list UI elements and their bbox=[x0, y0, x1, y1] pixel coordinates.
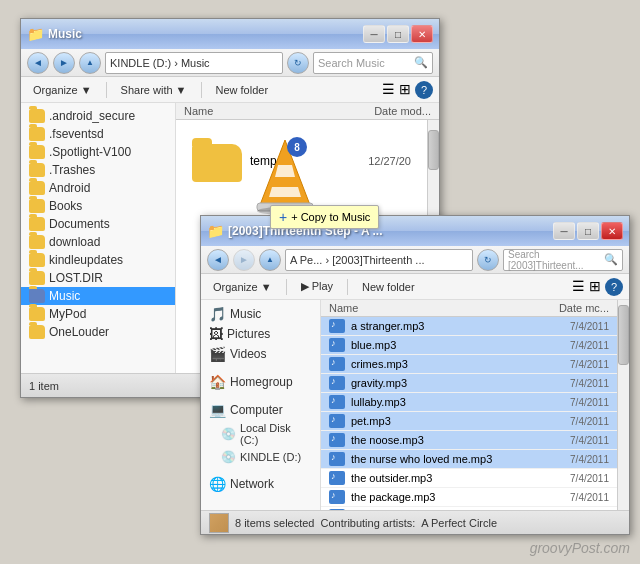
svg-marker-2 bbox=[269, 187, 301, 197]
maximize-btn-2[interactable]: □ bbox=[577, 222, 599, 240]
refresh-btn-2[interactable]: ↻ bbox=[477, 249, 499, 271]
sidebar-sep-2 bbox=[201, 392, 320, 400]
minimize-btn-1[interactable]: ─ bbox=[363, 25, 385, 43]
svg-marker-1 bbox=[275, 165, 295, 177]
sidebar-item-lost[interactable]: LOST.DIR bbox=[21, 269, 175, 287]
list-item[interactable]: gravity.mp3 7/4/2011 bbox=[321, 374, 617, 393]
item-count-1: 1 item bbox=[29, 380, 59, 392]
sidebar-item-fseventsd[interactable]: .fseventsd bbox=[21, 125, 175, 143]
sidebar-item-books[interactable]: Books bbox=[21, 197, 175, 215]
sep1 bbox=[106, 82, 107, 98]
watermark: groovyPost.com bbox=[530, 540, 630, 556]
list-item[interactable]: blue.mp3 7/4/2011 bbox=[321, 336, 617, 355]
sep2 bbox=[201, 82, 202, 98]
new-folder-btn-2[interactable]: New folder bbox=[356, 279, 421, 295]
search-bar-2[interactable]: Search [2003]Thirteent... 🔍 bbox=[503, 249, 623, 271]
mp3-icon bbox=[329, 376, 345, 390]
address-bar-1[interactable]: KINDLE (D:) › Music bbox=[105, 52, 283, 74]
apc-window[interactable]: 📁 [2003]Thirteenth Step - A ... ─ □ ✕ ◄ … bbox=[200, 215, 630, 535]
contributing-artists-label: Contributing artists: bbox=[320, 517, 415, 529]
list-item[interactable]: a stranger.mp3 7/4/2011 bbox=[321, 317, 617, 336]
organize-btn-2[interactable]: Organize ▼ bbox=[207, 279, 278, 295]
view-list-icon-2[interactable]: ☰ bbox=[572, 278, 585, 296]
refresh-btn-1[interactable]: ↻ bbox=[287, 52, 309, 74]
sidebar-local-disk[interactable]: 💿 Local Disk (C:) bbox=[201, 420, 320, 448]
folder-icon bbox=[29, 307, 45, 321]
mp3-icon bbox=[329, 338, 345, 352]
close-btn-2[interactable]: ✕ bbox=[601, 222, 623, 240]
close-btn-1[interactable]: ✕ bbox=[411, 25, 433, 43]
search-placeholder-2: Search [2003]Thirteent... bbox=[508, 249, 604, 271]
sidebar-item-kindleupdates[interactable]: kindleupdates bbox=[21, 251, 175, 269]
content-area-2: 🎵 Music 🖼 Pictures 🎬 Videos 🏠 Homegroup bbox=[201, 300, 629, 510]
mp3-icon bbox=[329, 452, 345, 466]
sidebar-computer[interactable]: 💻 Computer bbox=[201, 400, 320, 420]
window2-controls: ─ □ ✕ bbox=[553, 222, 623, 240]
sidebar-item-android[interactable]: Android bbox=[21, 179, 175, 197]
search-bar-1[interactable]: Search Music 🔍 bbox=[313, 52, 433, 74]
mp3-icon bbox=[329, 509, 345, 510]
music-icon: 🎵 bbox=[209, 306, 226, 322]
sidebar-item-mypod[interactable]: MyPod bbox=[21, 305, 175, 323]
folder-icon bbox=[29, 181, 45, 195]
sidebar-item-onelouder[interactable]: OneLouder bbox=[21, 323, 175, 341]
minimize-btn-2[interactable]: ─ bbox=[553, 222, 575, 240]
new-folder-btn-1[interactable]: New folder bbox=[210, 82, 275, 98]
back-btn-1[interactable]: ◄ bbox=[27, 52, 49, 74]
pictures-icon: 🖼 bbox=[209, 326, 223, 342]
sidebar-kindle[interactable]: 💿 KINDLE (D:) bbox=[201, 448, 320, 466]
sidebar-pictures[interactable]: 🖼 Pictures bbox=[201, 324, 320, 344]
share-btn-1[interactable]: Share with ▼ bbox=[115, 82, 193, 98]
address-bar-2[interactable]: A Pe... › [2003]Thirteenth ... bbox=[285, 249, 473, 271]
sidebar-item-download[interactable]: download bbox=[21, 233, 175, 251]
help-icon-1[interactable]: ? bbox=[415, 81, 433, 99]
back-btn-2[interactable]: ◄ bbox=[207, 249, 229, 271]
list-item[interactable]: crimes.mp3 7/4/2011 bbox=[321, 355, 617, 374]
up-btn-2[interactable]: ▲ bbox=[259, 249, 281, 271]
mp3-icon bbox=[329, 319, 345, 333]
forward-btn-2[interactable]: ► bbox=[233, 249, 255, 271]
toolbar-1: ◄ ► ▲ KINDLE (D:) › Music ↻ Search Music… bbox=[21, 49, 439, 77]
sidebar-item-documents[interactable]: Documents bbox=[21, 215, 175, 233]
view-grid-icon-2[interactable]: ⊞ bbox=[589, 278, 601, 296]
list-item[interactable]: pet.mp3 7/4/2011 bbox=[321, 412, 617, 431]
sidebar-item-music[interactable]: Music bbox=[21, 287, 175, 305]
date-header: Date mc... bbox=[549, 302, 609, 314]
list-item[interactable]: the package.mp3 7/4/2011 bbox=[321, 488, 617, 507]
sidebar-sep-1 bbox=[201, 364, 320, 372]
title-bar-2: 📁 [2003]Thirteenth Step - A ... ─ □ ✕ bbox=[201, 216, 629, 246]
folder-icon bbox=[29, 109, 45, 123]
toolbar2-2: Organize ▼ ▶ Play New folder ☰ ⊞ ? bbox=[201, 274, 629, 300]
sidebar-network[interactable]: 🌐 Network bbox=[201, 474, 320, 494]
scrollbar-2[interactable] bbox=[617, 300, 629, 510]
scrollbar-thumb-1[interactable] bbox=[428, 130, 439, 170]
list-item[interactable]: lullaby.mp3 7/4/2011 bbox=[321, 393, 617, 412]
sidebar-item-spotlight[interactable]: .Spotlight-V100 bbox=[21, 143, 175, 161]
up-btn-1[interactable]: ▲ bbox=[79, 52, 101, 74]
sidebar-videos[interactable]: 🎬 Videos bbox=[201, 344, 320, 364]
view-grid-icon[interactable]: ⊞ bbox=[399, 81, 411, 99]
disk-icon: 💿 bbox=[221, 427, 236, 441]
sidebar-music[interactable]: 🎵 Music bbox=[201, 304, 320, 324]
homegroup-icon: 🏠 bbox=[209, 374, 226, 390]
help-icon-2[interactable]: ? bbox=[605, 278, 623, 296]
organize-btn-1[interactable]: Organize ▼ bbox=[27, 82, 98, 98]
view-list-icon[interactable]: ☰ bbox=[382, 81, 395, 99]
list-item[interactable]: the noose.mp3 7/4/2011 bbox=[321, 431, 617, 450]
mp3-icon bbox=[329, 490, 345, 504]
list-item[interactable]: the nurse who loved me.mp3 7/4/2011 bbox=[321, 450, 617, 469]
maximize-btn-1[interactable]: □ bbox=[387, 25, 409, 43]
mp3-icon bbox=[329, 414, 345, 428]
sidebar-homegroup[interactable]: 🏠 Homegroup bbox=[201, 372, 320, 392]
scrollbar-thumb-2[interactable] bbox=[618, 305, 629, 365]
sidebar-item-trashes[interactable]: .Trashes bbox=[21, 161, 175, 179]
mp3-icon bbox=[329, 433, 345, 447]
forward-btn-1[interactable]: ► bbox=[53, 52, 75, 74]
vlc-icon: 8 bbox=[245, 135, 325, 215]
list-item[interactable]: the outsider.mp3 7/4/2011 bbox=[321, 469, 617, 488]
sidebar-2: 🎵 Music 🖼 Pictures 🎬 Videos 🏠 Homegroup bbox=[201, 300, 321, 510]
folder-icon bbox=[29, 325, 45, 339]
title-bar-1: 📁 Music ─ □ ✕ bbox=[21, 19, 439, 49]
sidebar-item-android-secure[interactable]: .android_secure bbox=[21, 107, 175, 125]
play-btn-2[interactable]: ▶ Play bbox=[295, 278, 339, 295]
